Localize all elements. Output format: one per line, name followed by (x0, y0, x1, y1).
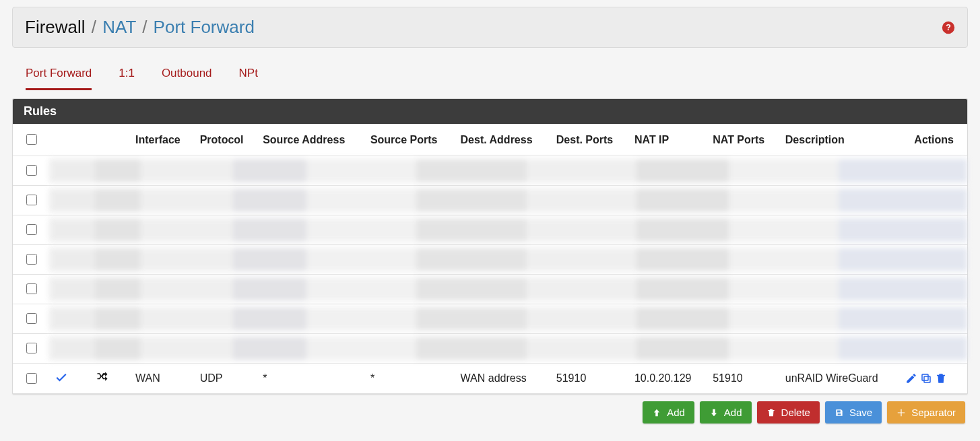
row-select-checkbox[interactable] (26, 283, 37, 294)
save-label: Save (849, 407, 872, 418)
table-row-redacted (13, 215, 967, 245)
table-row-redacted (13, 275, 967, 304)
help-icon[interactable]: ? (942, 21, 955, 34)
copy-icon[interactable] (920, 372, 932, 384)
redacted-content (49, 245, 967, 275)
tab-npt[interactable]: NPt (239, 67, 258, 90)
row-select-checkbox[interactable] (26, 373, 37, 384)
row-select-checkbox[interactable] (26, 254, 37, 265)
col-description: Description (780, 124, 900, 156)
col-nat-ip: NAT IP (629, 124, 707, 156)
plus-icon (896, 408, 906, 417)
row-select-checkbox[interactable] (26, 195, 37, 205)
rules-panel: Rules Interface Protocol Source Address … (12, 98, 968, 395)
button-bar: Add Add Delete Save Separator (12, 395, 968, 426)
add-top-label: Add (667, 407, 685, 418)
cell-interface: WAN (130, 364, 195, 394)
linked-rule-icon (95, 370, 110, 384)
redacted-content (49, 156, 967, 186)
cell-nat-ip: 10.0.20.129 (629, 364, 707, 394)
cell-nat-ports: 51910 (707, 364, 780, 394)
cell-dest-addr: WAN address (455, 364, 551, 394)
tab-1to1[interactable]: 1:1 (119, 67, 135, 90)
redacted-content (49, 215, 967, 245)
svg-text:?: ? (946, 23, 951, 32)
row-select-checkbox[interactable] (26, 313, 37, 324)
add-bottom-label: Add (724, 407, 742, 418)
tab-port-forward[interactable]: Port Forward (26, 67, 92, 90)
svg-rect-2 (924, 376, 930, 382)
check-icon (55, 370, 68, 384)
col-actions: Actions (900, 124, 967, 156)
cell-description: unRAID WireGuard (780, 364, 900, 394)
table-row-redacted (13, 156, 967, 186)
panel-title: Rules (13, 99, 967, 124)
breadcrumb-leaf[interactable]: Port Forward (154, 17, 255, 37)
breadcrumb-nat[interactable]: NAT (102, 17, 136, 37)
trash-icon (766, 408, 776, 417)
breadcrumb-sep: / (141, 17, 148, 37)
redacted-content (49, 186, 967, 215)
redacted-content (49, 275, 967, 304)
cell-dest-ports: 51910 (551, 364, 629, 394)
row-select-checkbox[interactable] (26, 343, 37, 353)
col-source-ports: Source Ports (365, 124, 455, 156)
redacted-content (49, 334, 967, 364)
row-select-checkbox[interactable] (26, 224, 37, 235)
add-rule-bottom-button[interactable]: Add (700, 401, 752, 423)
table-row-redacted (13, 304, 967, 334)
table-row-redacted (13, 334, 967, 364)
cell-protocol: UDP (195, 364, 258, 394)
col-dest-addr: Dest. Address (455, 124, 551, 156)
arrow-up-icon (652, 408, 661, 417)
breadcrumb-root: Firewall (25, 17, 86, 37)
cell-source-ports: * (365, 364, 455, 394)
table-row[interactable]: WANUDP**WAN address5191010.0.20.12951910… (13, 364, 967, 394)
delete-button[interactable]: Delete (757, 401, 820, 423)
col-nat-ports: NAT Ports (707, 124, 780, 156)
save-button[interactable]: Save (825, 401, 882, 423)
breadcrumb-sep: / (90, 17, 98, 37)
tab-outbound[interactable]: Outbound (162, 67, 212, 90)
table-row-redacted (13, 245, 967, 275)
svg-rect-3 (922, 374, 928, 380)
edit-icon[interactable] (905, 372, 917, 384)
trash-icon[interactable] (935, 372, 947, 384)
row-select-checkbox[interactable] (26, 165, 37, 176)
table-row-redacted (13, 186, 967, 215)
rules-table: Interface Protocol Source Address Source… (13, 124, 967, 394)
select-all-checkbox[interactable] (26, 134, 37, 145)
breadcrumb: Firewall / NAT / Port Forward ? (12, 7, 968, 48)
col-interface: Interface (130, 124, 195, 156)
save-icon (835, 408, 844, 417)
col-dest-ports: Dest. Ports (551, 124, 629, 156)
separator-button[interactable]: Separator (887, 401, 965, 423)
separator-label: Separator (911, 407, 956, 418)
col-protocol: Protocol (195, 124, 258, 156)
redacted-content (49, 304, 967, 334)
col-source-addr: Source Address (257, 124, 365, 156)
add-rule-top-button[interactable]: Add (643, 401, 694, 423)
delete-label: Delete (781, 407, 810, 418)
cell-source-addr: * (257, 364, 365, 394)
arrow-down-icon (709, 408, 719, 417)
tab-bar: Port Forward 1:1 Outbound NPt (12, 48, 968, 90)
